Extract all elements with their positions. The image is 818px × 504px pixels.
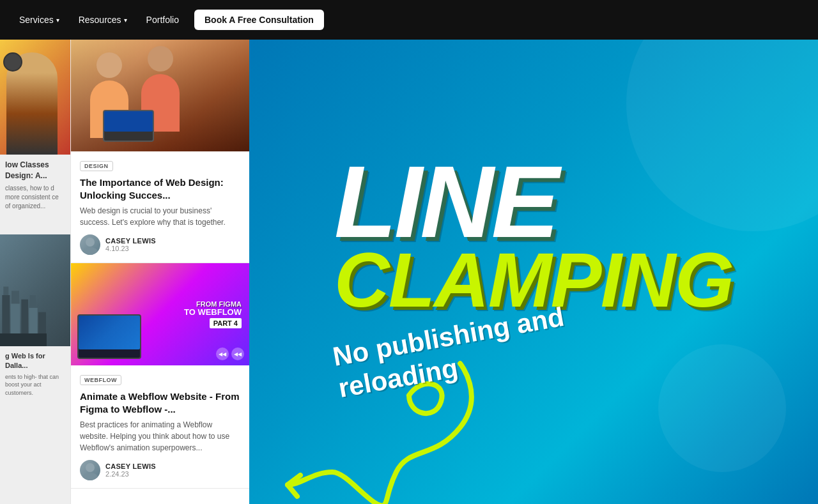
- left-card-top-text: low Classes Design: A... classes, how to…: [0, 155, 70, 216]
- card-meta-webflow: CASEY LEWIS 2.24.23: [80, 460, 240, 480]
- blog-grid: low Classes Design: A... classes, how to…: [0, 40, 249, 504]
- video-title-text: FROM FIGMA TO WEBFLOW PART 4: [71, 294, 249, 335]
- skip-button[interactable]: ◀◀: [231, 347, 244, 360]
- avatar-casey-2: [80, 460, 100, 480]
- svg-rect-3: [12, 291, 19, 303]
- promo-subtitle: No publishing and reloading: [334, 321, 568, 385]
- nav-services[interactable]: Services ▾: [13, 11, 66, 29]
- card-body-webflow: WEBFLOW Animate a Webflow Website - From…: [71, 365, 249, 488]
- avatar-casey-1: [80, 234, 100, 255]
- tag-webflow: WEBFLOW: [80, 375, 121, 385]
- chevron-down-icon: ▾: [124, 17, 127, 24]
- city-image: [0, 234, 70, 346]
- blog-card-design[interactable]: DESIGN The Importance of Web Design: Unl…: [71, 40, 249, 263]
- left-panel: low Classes Design: A... classes, how to…: [0, 40, 249, 504]
- tag-design: DESIGN: [80, 161, 113, 171]
- main-layout: low Classes Design: A... classes, how to…: [0, 40, 818, 504]
- svg-rect-8: [0, 333, 47, 346]
- svg-point-9: [86, 238, 95, 247]
- svg-rect-6: [30, 295, 36, 308]
- rewind-button[interactable]: ◀◀: [216, 347, 229, 360]
- navbar: Services ▾ Resources ▾ Portfolio Book A …: [0, 0, 818, 40]
- meta-text-webflow: CASEY LEWIS 2.24.23: [105, 462, 156, 478]
- svg-point-12: [82, 473, 98, 480]
- promo-content: LINE CLAMPING No publishing and reloadin…: [296, 133, 771, 411]
- right-col: DESIGN The Importance of Web Design: Unl…: [70, 40, 249, 504]
- nav-resources[interactable]: Resources ▾: [72, 11, 134, 29]
- card-image-webflow: FROM FIGMA TO WEBFLOW PART 4 ◀◀ ◀◀: [71, 263, 249, 365]
- meta-text-design: CASEY LEWIS 4.10.23: [105, 237, 156, 252]
- chevron-down-icon: ▾: [56, 17, 59, 24]
- right-panel: LINE CLAMPING No publishing and reloadin…: [249, 40, 818, 504]
- play-controls: ◀◀ ◀◀: [216, 347, 244, 360]
- svg-rect-1: [3, 287, 8, 295]
- card-body-design: DESIGN The Importance of Web Design: Unl…: [71, 151, 249, 263]
- svg-point-11: [86, 463, 95, 472]
- card-excerpt-webflow: Best practices for animating a Webflow w…: [80, 419, 240, 454]
- card-title-design: The Importance of Web Design: Unlocking …: [80, 176, 240, 201]
- left-card-top: low Classes Design: A... classes, how to…: [0, 40, 70, 234]
- card-image-design: [71, 40, 249, 151]
- promo-clamping-text: CLAMPING: [334, 245, 733, 314]
- left-card-bottom-text: g Web ls for Dalla... ents to high- that…: [0, 346, 70, 402]
- promo-line-text: LINE: [334, 158, 557, 245]
- blog-card-webflow[interactable]: FROM FIGMA TO WEBFLOW PART 4 ◀◀ ◀◀ WEBFL…: [71, 263, 249, 489]
- card-title-webflow: Animate a Webflow Website - From Figma t…: [80, 390, 240, 415]
- left-col: low Classes Design: A... classes, how to…: [0, 40, 70, 504]
- nav-portfolio[interactable]: Portfolio: [140, 11, 185, 29]
- svg-point-10: [82, 247, 98, 255]
- left-card-bottom: g Web ls for Dalla... ents to high- that…: [0, 234, 70, 504]
- book-consultation-button[interactable]: Book A Free Consultation: [194, 10, 324, 30]
- card-excerpt-design: Web design is crucial to your business' …: [80, 205, 240, 228]
- card-meta-design: CASEY LEWIS 4.10.23: [80, 234, 240, 255]
